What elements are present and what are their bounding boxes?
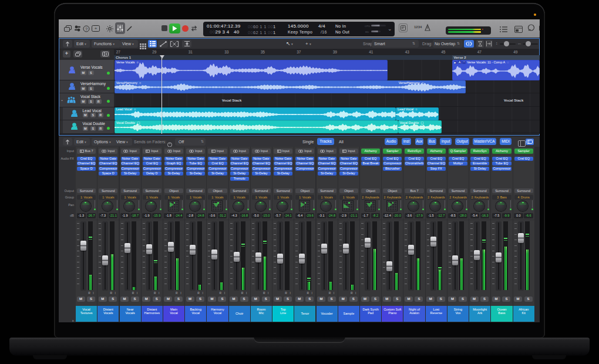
svg-text:?: ? xyxy=(85,26,88,31)
svg-text:+: + xyxy=(95,26,97,31)
